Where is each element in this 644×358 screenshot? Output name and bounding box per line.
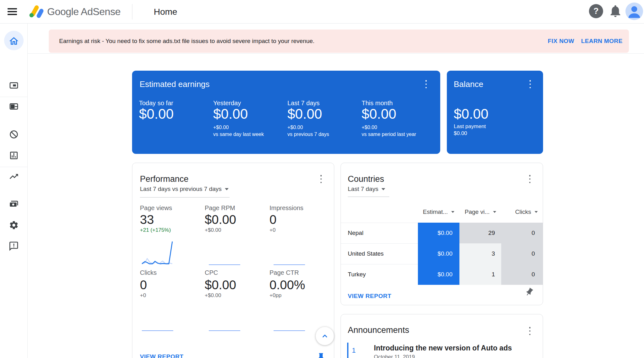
sidebar-item-home[interactable] (0, 33, 28, 49)
content-divider (28, 53, 644, 54)
card-title: Balance (454, 79, 483, 89)
chevron-down-icon (535, 211, 538, 213)
page-views-sparkline (142, 240, 173, 265)
metric-delta: +21 (+175%) (140, 227, 171, 233)
card-menu-icon[interactable] (527, 327, 533, 335)
optimization-icon (9, 171, 19, 182)
sidebar-item-sites[interactable] (0, 98, 28, 115)
view-report-link[interactable]: VIEW REPORT (348, 293, 391, 300)
blocking-controls-icon (9, 129, 19, 139)
flat-sparkline (209, 330, 240, 331)
table-row-country[interactable]: United States (348, 243, 384, 264)
sidebar-item-settings[interactable] (0, 217, 28, 233)
countries-card: Countries Last 7 days Estimat... Page vi… (341, 163, 543, 305)
pin-icon[interactable] (523, 285, 536, 299)
sidebar-item-feedback[interactable] (0, 238, 28, 254)
scroll-to-top-button[interactable] (316, 327, 334, 345)
home-icon (8, 36, 19, 46)
chevron-down-icon (451, 211, 454, 213)
adsense-dashboard: Google AdSense Home ? (0, 0, 644, 358)
period-dropdown[interactable]: Last 7 days vs previous 7 days (140, 186, 229, 193)
earnings-metric: This month $0.00 +$0.00 vs same period l… (362, 71, 434, 154)
flat-sparkline (142, 330, 173, 331)
settings-icon (9, 220, 19, 230)
card-menu-icon[interactable] (527, 175, 533, 183)
metric-value: 0 (140, 278, 147, 292)
clicks-cell: 0 (501, 223, 543, 243)
metric-compare: vs same period last year (362, 132, 416, 137)
metric-compare: vs previous 7 days (287, 132, 329, 137)
view-report-link[interactable]: VIEW REPORT (140, 353, 184, 358)
sidebar-item-optimization[interactable] (0, 168, 28, 185)
column-header-earnings[interactable]: Estimat... (388, 208, 459, 216)
sidebar-item-ads[interactable] (0, 77, 28, 94)
top-header: Google AdSense Home ? (0, 0, 644, 24)
last-payment-label: Last payment (454, 123, 486, 130)
announcement-title[interactable]: Introducing the new version of Auto ads (374, 344, 512, 352)
metric-delta: +$0.00 (362, 125, 377, 130)
performance-card: Performance Last 7 days vs previous 7 da… (132, 163, 334, 358)
earnings-cell: $0.00 (418, 243, 459, 264)
earnings-cell: $0.00 (418, 223, 459, 243)
product-name: Google AdSense (47, 0, 120, 24)
card-title: Announcements (348, 325, 409, 335)
metric-label: Page CTR (269, 269, 299, 276)
table-row-country[interactable]: Nepal (348, 223, 364, 243)
metric-value: 0 (269, 213, 276, 227)
adsense-logo-icon[interactable] (26, 3, 45, 22)
balance-card: Balance $0.00 Last payment $0.00 (447, 71, 543, 154)
metric-delta: +$0.00 (205, 227, 221, 233)
flat-sparkline (274, 264, 305, 265)
menu-icon[interactable] (8, 8, 18, 15)
metric-label: Impressions (269, 204, 303, 212)
payments-icon (9, 199, 19, 209)
metric-label: CPC (205, 269, 218, 276)
metric-value: $0.00 (205, 278, 236, 292)
sites-icon (9, 101, 19, 111)
announcement-date: October 11, 2019 (374, 354, 415, 358)
card-menu-icon[interactable] (318, 175, 324, 183)
reports-icon (9, 150, 19, 160)
notifications-icon[interactable] (608, 4, 623, 18)
period-dropdown[interactable]: Last 7 days (348, 186, 385, 193)
card-menu-icon[interactable] (527, 80, 533, 88)
metric-value: $0.00 (213, 106, 248, 122)
card-title: Performance (140, 174, 189, 184)
earnings-alert-banner: Earnings at risk - You need to fix some … (49, 30, 629, 53)
learn-more-button[interactable]: LEARN MORE (581, 30, 623, 53)
column-label: Page vi... (465, 209, 490, 215)
pin-icon[interactable] (316, 352, 326, 358)
help-icon[interactable]: ? (589, 4, 603, 18)
metric-value: $0.00 (205, 213, 236, 227)
page-views-cell: 1 (459, 264, 501, 285)
earnings-cell: $0.00 (418, 264, 459, 285)
announcement-accent-bar (347, 343, 348, 358)
table-row-country[interactable]: Turkey (348, 264, 366, 285)
metric-label: Clicks (140, 269, 157, 276)
page-views-cell: 3 (459, 243, 501, 264)
clicks-cell: 0 (501, 243, 543, 264)
metric-compare: vs same day last week (213, 132, 264, 137)
flat-sparkline (274, 330, 305, 331)
sidebar-item-blocking-controls[interactable] (0, 126, 28, 143)
flat-sparkline (209, 264, 240, 265)
fix-now-button[interactable]: FIX NOW (548, 30, 574, 53)
metric-delta: +0 (269, 227, 275, 233)
announcements-card: Announcements 1 Introducing the new vers… (341, 314, 543, 358)
metric-label: Page RPM (205, 204, 235, 212)
avatar[interactable] (625, 3, 643, 20)
sidebar-item-payments[interactable] (0, 196, 28, 212)
chevron-up-icon (320, 332, 329, 340)
metric-value: 33 (140, 213, 154, 227)
chevron-down-icon (493, 211, 496, 213)
metric-value: $0.00 (287, 106, 322, 122)
alert-message: Earnings at risk - You need to fix some … (59, 30, 314, 53)
sidebar-divider (0, 97, 28, 97)
ads-icon (9, 80, 19, 90)
sidebar-item-reports[interactable] (0, 147, 28, 164)
column-header-clicks[interactable]: Clicks (501, 208, 543, 216)
column-header-page-views[interactable]: Page vi... (459, 208, 501, 216)
header-divider (132, 4, 132, 19)
sidebar-divider (0, 167, 28, 167)
earnings-metric: Yesterday $0.00 +$0.00 vs same day last … (213, 71, 286, 154)
